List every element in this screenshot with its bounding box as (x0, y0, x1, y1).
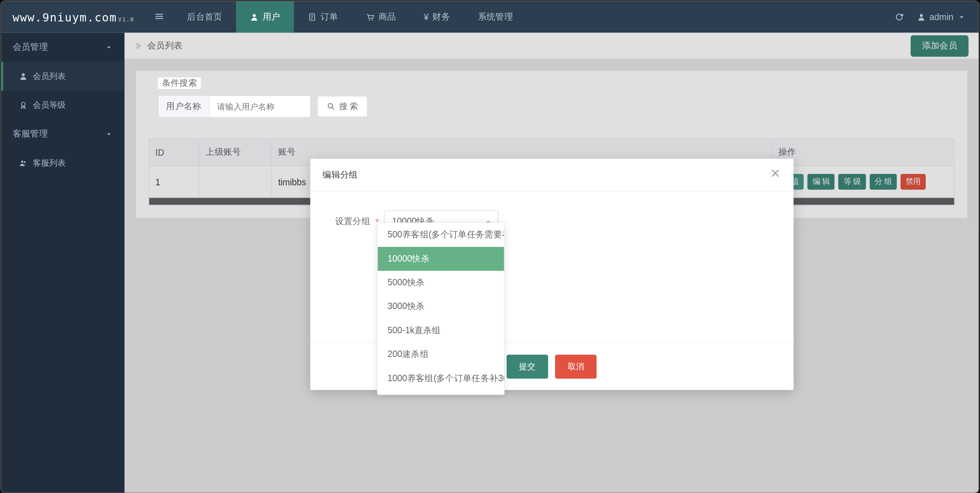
cart-icon (366, 13, 374, 21)
submit-button[interactable]: 提交 (506, 355, 548, 378)
dropdown-option[interactable]: 首充200赚200 (377, 391, 503, 395)
sidebar-item-service-list[interactable]: 客服列表 (1, 149, 124, 178)
group-dropdown[interactable]: 500养客组(多个订单任务需要补200)10000快杀5000快杀3000快杀5… (377, 222, 504, 395)
nav-home[interactable]: 后台首页 (173, 1, 236, 33)
logo: www.9niuym.comV1.0 (1, 10, 146, 24)
dropdown-option[interactable]: 5000快杀 (377, 271, 503, 294)
chevron-down-icon (104, 130, 113, 138)
nav-users[interactable]: 用户 (236, 1, 294, 33)
dropdown-option[interactable]: 1000养客组(多个订单任务补300) (377, 367, 503, 390)
svg-point-0 (253, 14, 256, 17)
sidebar-group-members[interactable]: 会员管理 (1, 33, 124, 62)
nav-orders[interactable]: 订单 (294, 1, 352, 33)
dropdown-option[interactable]: 500-1k直杀组 (377, 319, 503, 342)
nav-products[interactable]: 商品 (352, 1, 410, 33)
user-icon (19, 72, 27, 80)
cancel-button[interactable]: 取消 (555, 355, 597, 378)
sidebar-item-member-level[interactable]: 会员等级 (1, 91, 124, 120)
svg-point-3 (372, 19, 373, 20)
dropdown-option[interactable]: 10000快杀 (377, 247, 503, 271)
svg-point-2 (369, 19, 370, 20)
chevron-down-icon (957, 13, 966, 21)
dropdown-option[interactable]: 200速杀组 (377, 343, 503, 367)
nav-finance[interactable]: ¥ 财务 (410, 1, 464, 33)
chevron-down-icon (104, 43, 113, 52)
top-nav: 后台首页 用户 订单 商品 ¥ 财务 系统管理 (173, 1, 527, 33)
nav-system[interactable]: 系统管理 (464, 1, 527, 33)
order-icon (308, 13, 316, 21)
dropdown-option[interactable]: 500养客组(多个订单任务需要补200) (377, 223, 503, 247)
svg-point-5 (22, 73, 25, 76)
yen-icon: ¥ (424, 12, 429, 22)
refresh-icon[interactable] (894, 12, 904, 22)
user-icon (250, 13, 259, 21)
user-menu[interactable]: admin (917, 12, 966, 22)
close-icon (769, 168, 781, 179)
modal-close-button[interactable] (769, 168, 781, 182)
modal-mask: 编辑分组 设置分组 * 10000快杀 (124, 33, 979, 493)
sidebar-item-member-list[interactable]: 会员列表 (1, 62, 124, 90)
menu-toggle[interactable] (145, 11, 173, 23)
hamburger-icon (155, 11, 165, 21)
svg-point-8 (24, 161, 26, 163)
svg-point-4 (920, 14, 923, 17)
user-icon (917, 13, 925, 21)
svg-point-7 (21, 161, 23, 163)
sidebar: 会员管理 会员列表 会员等级 客服管理 客服列表 (1, 33, 124, 493)
form-label-group: 设置分组 (335, 216, 370, 227)
sidebar-group-service[interactable]: 客服管理 (1, 120, 124, 148)
medal-icon (19, 101, 27, 110)
main-content: 会员列表 添加会员 条件搜索 用户名称 (124, 33, 979, 493)
modal-title: 编辑分组 (322, 169, 358, 181)
top-bar: www.9niuym.comV1.0 后台首页 用户 订单 商品 ¥ 财务 (1, 1, 979, 33)
svg-point-6 (21, 102, 25, 106)
dropdown-option[interactable]: 3000快杀 (377, 295, 503, 319)
edit-group-modal: 编辑分组 设置分组 * 10000快杀 (310, 159, 793, 390)
users-icon (19, 159, 27, 168)
